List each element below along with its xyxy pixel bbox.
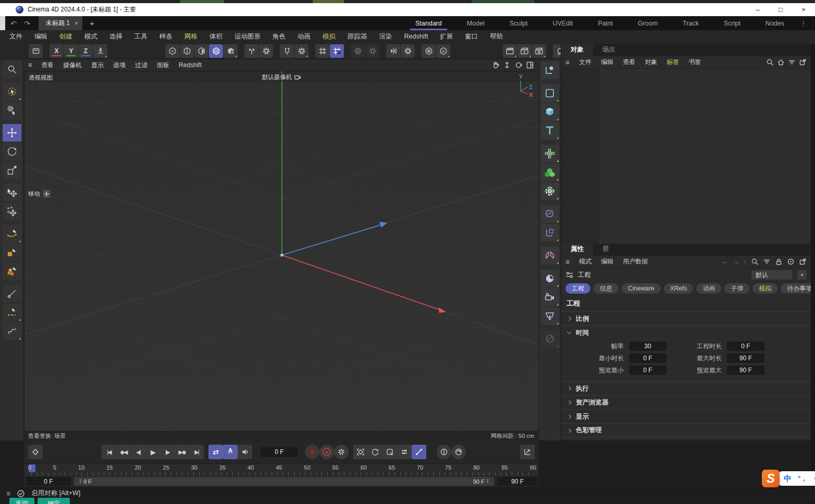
prev-frame-button[interactable]: ◀|	[131, 445, 145, 459]
object-manager-list[interactable]	[561, 69, 811, 244]
menu-animate[interactable]: 动画	[298, 32, 311, 41]
maximize-button[interactable]: □	[769, 3, 792, 16]
preset-dropdown[interactable]: 默认	[751, 270, 792, 280]
menu-mograph[interactable]: 运动图形	[234, 32, 261, 41]
play-button[interactable]: ▶	[145, 445, 160, 459]
spline-pen-object-icon[interactable]	[541, 61, 559, 79]
chip-project[interactable]: 工程	[565, 283, 590, 294]
viewport-menu-icon[interactable]: ≡	[28, 61, 32, 69]
next-frame-button[interactable]: |▶	[160, 445, 175, 459]
keying-settings-button[interactable]	[334, 445, 349, 459]
tweak-tool[interactable]	[3, 102, 21, 119]
autokey-indicator-button[interactable]: A	[319, 445, 334, 459]
layout-tab-nodes[interactable]: Nodes	[753, 16, 797, 30]
min-time-field[interactable]: 0 F	[629, 354, 666, 363]
viewport-canvas[interactable]: 透视视图 默认摄像机 移动 Y Z X	[24, 71, 538, 431]
layout-tab-script[interactable]: Script	[711, 16, 753, 30]
lock-workplane-button[interactable]	[330, 44, 344, 58]
menu-extensions[interactable]: 扩展	[440, 32, 453, 41]
symmetry-object-icon[interactable]	[541, 247, 559, 264]
preview-max-field[interactable]: 90 F	[727, 366, 764, 375]
camera-object-icon[interactable]	[541, 288, 559, 306]
autokey-button[interactable]: A ···	[223, 445, 238, 459]
spline-rectangle-icon[interactable]	[541, 84, 559, 102]
range-slider[interactable]: ‖ 0 F 90 F ‖	[74, 477, 494, 486]
make-editable-button[interactable]	[29, 44, 43, 58]
menu-select[interactable]: 选择	[109, 32, 122, 41]
record-objects-button[interactable]	[437, 445, 451, 459]
document-tab-close-icon[interactable]: ×	[75, 20, 78, 27]
vp-menu-view[interactable]: 查看	[41, 61, 54, 70]
vp-menu-panel[interactable]: 面板	[157, 61, 169, 70]
vp-menu-cameras[interactable]: 摄像机	[63, 61, 82, 70]
layout-tab-uvedit[interactable]: UVEdit	[540, 16, 586, 30]
render-settings-button[interactable]	[532, 44, 546, 58]
attr-back-icon[interactable]: ←	[722, 258, 728, 266]
layout-overflow-icon[interactable]: ⋮	[797, 19, 810, 27]
attr-menu-icon[interactable]: ≡	[565, 258, 570, 266]
menu-create[interactable]: 创建	[59, 32, 72, 41]
range-right-handle[interactable]: ‖	[487, 478, 489, 484]
stage-object-icon[interactable]	[541, 307, 559, 325]
symmetry-toggle-button[interactable]	[386, 44, 400, 58]
keyframe-selection-button[interactable]	[451, 445, 466, 459]
om-search-icon[interactable]	[766, 58, 774, 66]
menu-tracker[interactable]: 跟踪器	[348, 32, 367, 41]
redo-button[interactable]: ↷	[22, 18, 32, 29]
om-popout-icon[interactable]	[799, 58, 807, 66]
menu-simulate[interactable]: 模拟	[323, 32, 336, 41]
tab-attributes[interactable]: 属性	[561, 243, 593, 256]
record-button[interactable]	[305, 445, 319, 459]
goto-start-button[interactable]: |◀	[102, 445, 116, 459]
chip-simulation[interactable]: 模拟	[752, 283, 777, 294]
chip-cineware[interactable]: Cineware	[622, 283, 661, 294]
axis-center-button[interactable]	[244, 44, 258, 58]
layout-tab-sculpt[interactable]: Sculpt	[497, 16, 540, 30]
overlay-back-button[interactable]: 返回	[9, 498, 34, 504]
text-object-icon[interactable]	[541, 122, 559, 140]
attr-up-icon[interactable]: ↑	[744, 258, 747, 266]
chip-animation[interactable]: 动画	[696, 283, 721, 294]
material-icon-disabled[interactable]	[541, 330, 559, 348]
ime-logo[interactable]: S	[762, 470, 780, 487]
chip-todo[interactable]: 待办事项	[781, 283, 815, 294]
tab-layers[interactable]: 层	[593, 243, 619, 256]
move-tool[interactable]	[3, 124, 21, 142]
model-mode-button[interactable]	[209, 44, 223, 58]
symmetry-settings-button[interactable]	[401, 44, 415, 58]
section-scale[interactable]: 比例	[561, 311, 811, 325]
record-keyframe-button[interactable]	[28, 445, 43, 459]
workplane-button[interactable]	[315, 44, 329, 58]
menu-volume[interactable]: 体积	[209, 32, 223, 41]
attr-popout-icon[interactable]	[799, 258, 807, 266]
om-menu-objects[interactable]: 对象	[645, 58, 657, 67]
subdivision-surface-icon[interactable]	[541, 145, 559, 162]
om-menu-bookmarks[interactable]: 书签	[688, 58, 701, 67]
object-mode-button[interactable]	[224, 44, 238, 58]
viewport-camera-label[interactable]: 默认摄像机	[261, 73, 303, 81]
tab-objects[interactable]: 对象	[561, 44, 593, 56]
om-menu-file[interactable]: 文件	[579, 58, 591, 67]
om-home-icon[interactable]	[777, 58, 785, 66]
pan-view-icon[interactable]	[491, 61, 500, 69]
chip-bullet[interactable]: 子弹	[724, 283, 749, 294]
loop-mode-button[interactable]: ⇄	[208, 445, 223, 459]
transform-tool[interactable]	[3, 184, 21, 201]
key-rotation-button[interactable]	[368, 445, 382, 459]
document-tab[interactable]: 未标题 1 ×	[39, 16, 82, 30]
ime-punctuation-toggle[interactable]: °，	[798, 474, 807, 483]
key-pla-button[interactable]	[412, 445, 426, 459]
axis-gizmo[interactable]: Y Z X	[514, 73, 535, 100]
menu-redshift[interactable]: Redshift	[404, 33, 428, 40]
falloff-settings-button[interactable]	[365, 44, 379, 58]
menu-mesh[interactable]: 网格	[184, 32, 197, 41]
world-axis-z[interactable]	[282, 224, 382, 255]
snap-button[interactable]	[280, 44, 294, 58]
viewport-solo-button[interactable]	[422, 44, 436, 58]
om-filter-icon[interactable]	[788, 58, 796, 66]
layout-tab-groom[interactable]: Groom	[625, 16, 670, 30]
fps-field[interactable]: 30	[629, 342, 666, 351]
layout-tab-paint[interactable]: Paint	[585, 16, 625, 30]
next-key-button[interactable]: ▶◆	[175, 445, 189, 459]
vp-menu-display[interactable]: 显示	[91, 61, 104, 70]
